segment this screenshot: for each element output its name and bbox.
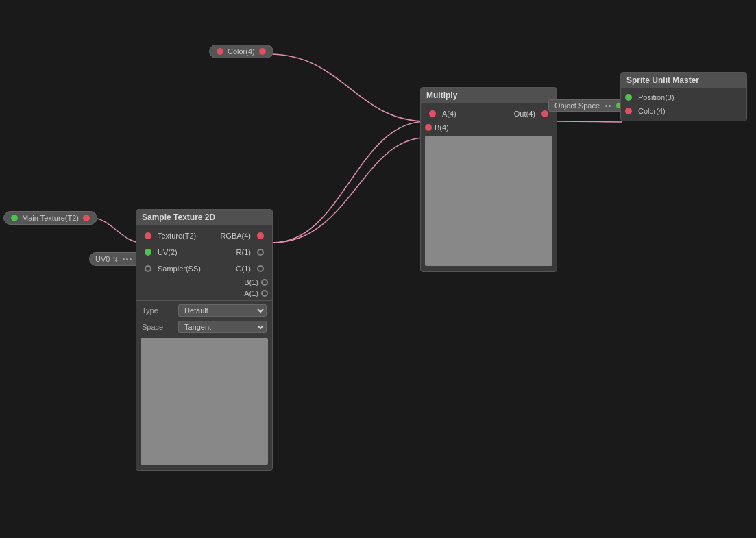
- uv0-arrow: ⇅: [112, 256, 118, 263]
- rgba-output-row: RGBA(4): [216, 229, 268, 243]
- uv-input-row: UV(2): [141, 245, 182, 259]
- sprite-unlit-body: Position(3) Color(4): [621, 88, 746, 121]
- object-space-text: Object Space: [554, 101, 600, 110]
- color4-node: Color(4): [209, 45, 273, 58]
- multiply-a-input-row: A(4): [425, 107, 461, 121]
- color-input-row: Color(4): [621, 104, 746, 118]
- multiply-out-row: Out(4): [510, 107, 552, 121]
- sampler-input-port[interactable]: [145, 265, 151, 272]
- sprite-unlit-master-node: Sprite Unlit Master Position(3) Color(4): [620, 72, 747, 121]
- object-space-dots: [605, 105, 611, 107]
- multiply-a-label: A(4): [442, 110, 456, 118]
- space-label: Space: [142, 323, 173, 331]
- a-output-port[interactable]: [261, 290, 268, 297]
- b-output-label: B(1): [244, 278, 258, 286]
- uv0-dots: [123, 258, 132, 260]
- main-texture-right-port[interactable]: [83, 215, 90, 221]
- main-texture-label: Main Texture(T2): [22, 214, 79, 222]
- type-row: Type Default: [136, 302, 272, 319]
- color-input-port[interactable]: [625, 108, 632, 114]
- sample-texture-preview: [141, 338, 268, 465]
- sprite-unlit-header: Sprite Unlit Master: [621, 73, 746, 88]
- g-output-port[interactable]: [257, 265, 264, 272]
- position-input-port[interactable]: [625, 94, 632, 101]
- space-row: Space Tangent: [136, 319, 272, 335]
- main-texture-left-port[interactable]: [11, 215, 18, 221]
- b-output-port[interactable]: [261, 279, 268, 286]
- multiply-out-label: Out(4): [514, 110, 535, 118]
- sprite-unlit-title: Sprite Unlit Master: [626, 75, 699, 85]
- texture-input-label: Texture(T2): [158, 232, 196, 240]
- multiply-b-port[interactable]: [425, 124, 432, 131]
- sample-texture-title: Sample Texture 2D: [142, 212, 215, 222]
- main-texture-node: Main Texture(T2): [3, 211, 97, 225]
- uv-input-port[interactable]: [145, 249, 151, 256]
- sample-texture-node: Sample Texture 2D Texture(T2) RGBA(4) UV…: [136, 209, 273, 471]
- a-output-label: A(1): [244, 289, 258, 297]
- multiply-body: A(4) Out(4) B(4): [421, 103, 557, 271]
- multiply-title: Multiply: [426, 90, 457, 100]
- r-output-label: R(1): [236, 248, 251, 256]
- connection-rgba-to-multiply-b: [273, 138, 426, 243]
- color4-label: Color(4): [228, 47, 255, 56]
- connection-multiply-to-sprite-color: [555, 121, 622, 122]
- multiply-out-port[interactable]: [541, 110, 548, 117]
- sample-texture-body: Texture(T2) RGBA(4) UV(2) R(1) Sampler(S…: [136, 225, 272, 470]
- multiply-node: Multiply A(4) Out(4) B(4): [420, 87, 557, 272]
- multiply-b-label: B(4): [435, 123, 449, 132]
- multiply-preview: [425, 136, 552, 266]
- object-space-label: Object Space: [548, 99, 628, 112]
- type-select[interactable]: Default: [178, 304, 267, 317]
- connection-color-to-multiply-a: [269, 54, 426, 121]
- rgba-output-label: RGBA(4): [220, 232, 251, 240]
- sample-texture-header: Sample Texture 2D: [136, 210, 272, 225]
- rgba-output-port[interactable]: [257, 232, 264, 239]
- r-output-port[interactable]: [257, 249, 264, 256]
- texture-input-port[interactable]: [145, 232, 151, 239]
- position-label: Position(3): [638, 93, 674, 101]
- r-output-row: R(1): [232, 245, 268, 259]
- sampler-input-row: Sampler(SS): [141, 262, 205, 276]
- sampler-input-label: Sampler(SS): [158, 265, 201, 273]
- color-label: Color(4): [638, 107, 666, 115]
- texture-input-row: Texture(T2): [141, 229, 200, 243]
- uv0-label: UV0: [95, 255, 110, 263]
- color4-output-port[interactable]: [217, 48, 223, 55]
- multiply-header: Multiply: [421, 88, 557, 103]
- position-input-row: Position(3): [621, 90, 746, 104]
- type-label: Type: [142, 306, 173, 315]
- divider1: [136, 300, 272, 301]
- g-output-row: G(1): [232, 262, 268, 276]
- connection-rgba-to-multiply-a: [273, 121, 426, 243]
- g-output-label: G(1): [236, 265, 251, 273]
- multiply-a-port[interactable]: [429, 110, 436, 117]
- space-select[interactable]: Tangent: [178, 321, 267, 333]
- uv-input-label: UV(2): [158, 248, 178, 256]
- color4-right-port[interactable]: [259, 48, 266, 55]
